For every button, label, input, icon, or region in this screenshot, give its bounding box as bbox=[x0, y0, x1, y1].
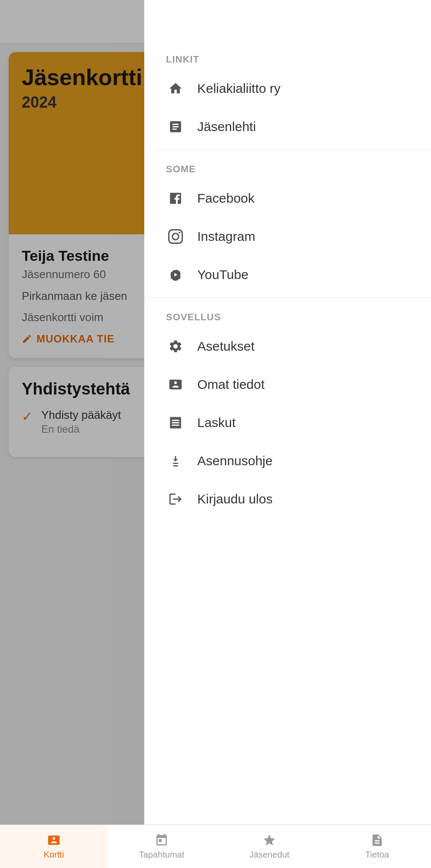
tab-jasenedut-icon bbox=[262, 833, 276, 847]
nav-item-asennusohje[interactable]: Asennusohje bbox=[144, 442, 431, 480]
nav-label-youtube: YouTube bbox=[197, 267, 249, 282]
nav-item-jasenlehti[interactable]: Jäsenlehti bbox=[144, 108, 431, 146]
tab-tietoa-icon bbox=[370, 833, 384, 847]
nav-item-instagram[interactable]: Instagram bbox=[144, 217, 431, 256]
receipt-icon bbox=[166, 413, 185, 432]
tab-kortti-label: Kortti bbox=[44, 850, 64, 860]
divider-1 bbox=[144, 149, 431, 150]
tab-kortti[interactable]: Kortti bbox=[0, 825, 108, 868]
id-card-icon bbox=[166, 375, 185, 394]
tab-tapahtumat[interactable]: Tapahtumat bbox=[108, 825, 216, 868]
tab-jasenedut-label: Jäsenedut bbox=[249, 850, 289, 860]
facebook-icon bbox=[166, 189, 185, 208]
nav-item-kirjaudu-ulos[interactable]: Kirjaudu ulos bbox=[144, 480, 431, 518]
nav-item-keliakialiitto-ry[interactable]: Keliakialiitto ry bbox=[144, 69, 431, 108]
bottom-nav: Kortti Tapahtumat Jäsenedut Tietoa bbox=[0, 825, 431, 868]
drawer-menu: LINKIT Keliakialiitto ry Jäsenlehti SOME… bbox=[144, 0, 431, 868]
nav-item-omat-tiedot[interactable]: Omat tiedot bbox=[144, 365, 431, 404]
nav-label-laskut: Laskut bbox=[197, 415, 235, 430]
download-icon bbox=[166, 451, 185, 470]
nav-item-asetukset[interactable]: Asetukset bbox=[144, 327, 431, 365]
youtube-icon bbox=[166, 265, 185, 284]
nav-label-facebook: Facebook bbox=[197, 191, 255, 206]
nav-label-keliakialiitto-ry: Keliakialiitto ry bbox=[197, 81, 281, 96]
tab-tietoa[interactable]: Tietoa bbox=[323, 825, 431, 868]
tab-tapahtumat-label: Tapahtumat bbox=[139, 850, 185, 860]
nav-item-facebook[interactable]: Facebook bbox=[144, 179, 431, 217]
section-label-some: SOME bbox=[144, 153, 431, 179]
tab-kortti-icon bbox=[47, 833, 61, 847]
drawer-top bbox=[144, 0, 431, 43]
tab-jasenedut[interactable]: Jäsenedut bbox=[216, 825, 323, 868]
instagram-icon bbox=[166, 227, 185, 246]
tab-tietoa-label: Tietoa bbox=[365, 850, 389, 860]
nav-label-asetukset: Asetukset bbox=[197, 339, 255, 354]
nav-label-jasenlehti: Jäsenlehti bbox=[197, 119, 256, 134]
section-label-sovellus: SOVELLUS bbox=[144, 301, 431, 327]
nav-label-omat-tiedot: Omat tiedot bbox=[197, 377, 265, 392]
divider-2 bbox=[144, 297, 431, 298]
nav-label-instagram: Instagram bbox=[197, 229, 255, 244]
tab-tapahtumat-icon bbox=[155, 833, 169, 847]
nav-item-youtube[interactable]: YouTube bbox=[144, 256, 431, 294]
section-label-linkit: LINKIT bbox=[144, 43, 431, 69]
nav-item-laskut[interactable]: Laskut bbox=[144, 404, 431, 442]
newspaper-icon bbox=[166, 117, 185, 136]
nav-label-asennusohje: Asennusohje bbox=[197, 454, 272, 468]
logout-icon bbox=[166, 490, 185, 509]
gear-icon bbox=[166, 337, 185, 356]
nav-label-kirjaudu-ulos: Kirjaudu ulos bbox=[197, 492, 272, 506]
home-icon bbox=[166, 79, 185, 98]
